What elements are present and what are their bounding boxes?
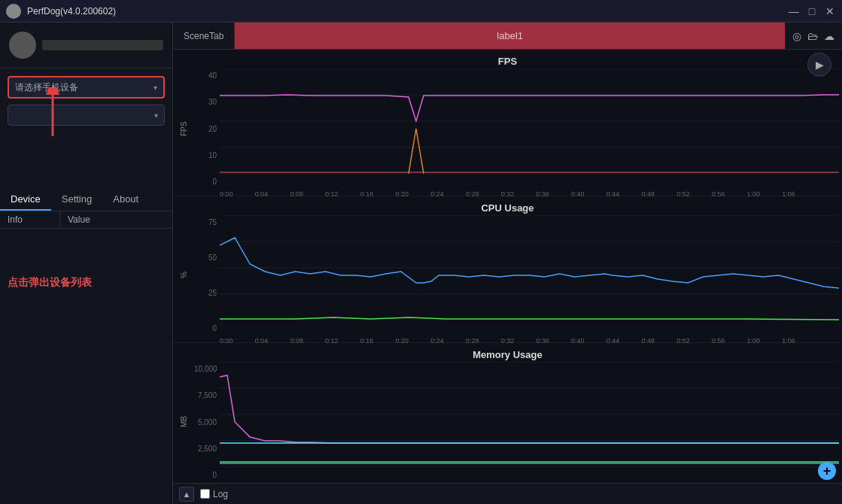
titlebar: PerfDog(v4.0.200602) — □ ✕ <box>0 0 842 23</box>
fps-y-tick-30: 30 <box>194 98 217 106</box>
main-layout: 请选择手机设备 ▾ ▾ Device <box>0 23 842 504</box>
tab-about[interactable]: About <box>102 189 149 211</box>
log-checkbox-input[interactable] <box>200 489 210 499</box>
log-expand-button[interactable]: ▲ <box>179 487 194 502</box>
memory-chart-inner: MB 10,000 7,500 5,000 2,500 0 <box>173 362 842 482</box>
titlebar-title: PerfDog(v4.0.200602) <box>27 6 116 17</box>
username-bar <box>42 40 163 50</box>
close-button[interactable]: ✕ <box>824 5 836 17</box>
memory-chart-title: Memory Usage <box>173 346 842 362</box>
fps-svg <box>220 68 839 174</box>
memory-y-axis: 10,000 7,500 5,000 2,500 0 <box>191 362 220 482</box>
log-label: Log <box>213 489 228 499</box>
cpu-chart-svg-area: 0% 15% AppCPU TotalCPU <box>220 215 839 335</box>
cpu-svg <box>220 215 839 320</box>
profile-area <box>0 23 172 68</box>
app-select[interactable]: ▾ <box>8 105 165 126</box>
sidebar: 请选择手机设备 ▾ ▾ Device <box>0 23 173 504</box>
device-select-wrapper: 请选择手机设备 ▾ <box>0 68 172 102</box>
fps-chart-svg-area: 30 0 FPS Jank(卡顿次数) <box>220 68 839 189</box>
click-annotation: 点击弹出设备列表 <box>0 229 172 298</box>
cpu-y-tick-75: 75 <box>194 218 217 226</box>
fps-y-tick-20: 20 <box>194 125 217 133</box>
app-select-wrapper: ▾ <box>0 102 172 129</box>
location-icon[interactable]: ◎ <box>792 30 801 42</box>
scene-tab-label: SceneTab <box>173 23 235 49</box>
memory-y-tick-7500: 7,500 <box>194 391 217 399</box>
value-col-header: Value <box>60 211 172 228</box>
fps-chart-inner: FPS 40 30 20 10 0 <box>173 68 842 189</box>
fps-y-label: FPS <box>176 68 191 189</box>
log-checkbox[interactable]: Log <box>200 489 228 499</box>
cpu-y-tick-50: 50 <box>194 254 217 262</box>
red-arrow-icon <box>38 87 83 140</box>
memory-y-tick-0: 0 <box>194 471 217 479</box>
cpu-y-label: % <box>176 215 191 335</box>
tab-setting[interactable]: Setting <box>51 189 102 211</box>
fps-y-axis: 40 30 20 10 0 <box>191 68 220 189</box>
scene-tab-bar: SceneTab label1 ◎ 🗁 ☁ <box>173 23 842 50</box>
fps-chart: FPS FPS 40 30 20 10 0 <box>173 50 842 196</box>
info-col-header: Info <box>0 211 60 228</box>
memory-y-label: MB <box>176 362 191 482</box>
cpu-chart: CPU Usage % 75 50 25 0 <box>173 196 842 343</box>
chevron-down-icon-app: ▾ <box>154 111 158 120</box>
memory-y-tick-5000: 5,000 <box>194 418 217 427</box>
fps-y-tick-40: 40 <box>194 71 217 80</box>
device-select[interactable]: 请选择手机设备 ▾ <box>8 76 165 99</box>
info-table-header: Info Value <box>0 211 172 229</box>
cpu-y-tick-0: 0 <box>194 324 217 332</box>
arrow-area <box>0 129 172 181</box>
fps-y-tick-10: 10 <box>194 151 217 159</box>
memory-chart: Memory Usage MB 10,000 7,500 5,000 2,500… <box>173 343 842 483</box>
folder-icon[interactable]: 🗁 <box>807 30 818 42</box>
tab-bar: Device Setting About <box>0 189 172 211</box>
scene-tab-icons: ◎ 🗁 ☁ <box>785 23 842 49</box>
memory-chart-svg-area: 58MB 58MB 13MB 41430MB Memory <box>220 362 839 482</box>
log-bar: ▲ Log <box>173 483 842 504</box>
app-icon <box>6 4 21 19</box>
tab-device[interactable]: Device <box>0 189 51 211</box>
fps-chart-title: FPS <box>173 53 842 68</box>
scene-tab-title: label1 <box>235 23 785 49</box>
add-chart-button[interactable]: + <box>818 462 836 480</box>
cpu-chart-inner: % 75 50 25 0 <box>173 215 842 335</box>
chevron-down-icon: ▾ <box>154 83 157 92</box>
cpu-y-tick-25: 25 <box>194 289 217 297</box>
memory-y-tick-10000: 10,000 <box>194 365 217 373</box>
titlebar-controls: — □ ✕ <box>788 5 836 17</box>
memory-y-tick-2500: 2,500 <box>194 445 217 453</box>
maximize-button[interactable]: □ <box>806 5 818 17</box>
minimize-button[interactable]: — <box>788 5 800 17</box>
fps-y-tick-0: 0 <box>194 178 217 186</box>
cpu-chart-title: CPU Usage <box>173 199 842 215</box>
content-area: SceneTab label1 ◎ 🗁 ☁ FPS FPS 40 30 20 <box>173 23 842 504</box>
charts-area: FPS FPS 40 30 20 10 0 <box>173 50 842 483</box>
memory-svg <box>220 362 839 467</box>
play-button[interactable]: ▶ <box>807 53 831 77</box>
avatar <box>9 32 36 59</box>
memory-x-axis: 0:00 0:04 0:08 0:12 0:16 0:20 0:24 0:28 … <box>220 482 795 483</box>
cpu-y-axis: 75 50 25 0 <box>191 215 220 335</box>
titlebar-left: PerfDog(v4.0.200602) <box>6 4 116 19</box>
cloud-icon[interactable]: ☁ <box>824 30 834 42</box>
